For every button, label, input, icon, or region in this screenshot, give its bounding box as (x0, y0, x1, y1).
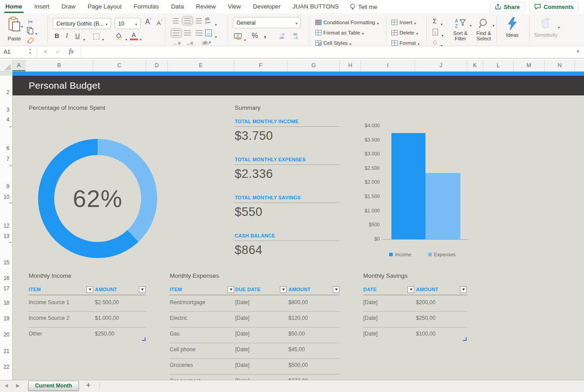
filter-button[interactable] (408, 286, 414, 293)
orientation-icon[interactable]: ab↗ (202, 40, 211, 45)
fill-down-chevron-icon[interactable] (442, 30, 443, 39)
column-header-A[interactable]: A (13, 60, 26, 71)
menu-item-draw[interactable]: Draw (61, 0, 76, 13)
align-left-icon[interactable] (173, 30, 180, 35)
increase-font-icon[interactable]: Aˆ (145, 18, 151, 26)
paste-chevron-icon[interactable] (21, 22, 23, 30)
column-header-L[interactable]: L (483, 60, 514, 71)
decrease-font-icon[interactable]: Aˇ (157, 19, 162, 26)
wrap-text-icon[interactable]: abc↩ (205, 17, 210, 24)
column-header-J[interactable]: J (415, 60, 467, 71)
fill-down-icon[interactable]: ↓ (433, 29, 438, 35)
donut-chart[interactable]: 62% (38, 139, 157, 258)
column-header-D[interactable]: D (146, 60, 168, 71)
column-header-N[interactable]: N (545, 60, 575, 71)
decrease-decimal-icon[interactable]: .00→0 (292, 33, 297, 40)
bar-expenses[interactable] (425, 173, 460, 239)
fill-color-icon[interactable] (115, 32, 123, 40)
table-cell[interactable]: Income Source 1 (29, 299, 69, 306)
table-cell[interactable]: $800,00 (288, 299, 308, 306)
filter-button[interactable] (86, 286, 93, 293)
wrap-text-chevron-icon[interactable] (215, 20, 217, 28)
increase-indent-icon[interactable]: →≡ (185, 40, 193, 46)
filter-button[interactable] (460, 286, 467, 293)
prev-sheet-icon[interactable]: ◀ (4, 383, 8, 388)
row-header-22[interactable]: 22 (4, 364, 9, 370)
table-cell[interactable]: $2.500,00 (95, 299, 119, 306)
column-header-partial[interactable] (575, 60, 584, 71)
table-cell[interactable]: [Date] (235, 362, 249, 368)
format-as-table-button[interactable]: Format as Table (315, 29, 364, 37)
menu-item-home[interactable]: Home (5, 0, 22, 13)
table-cell[interactable]: [Date] (363, 331, 378, 337)
formula-bar-expand-icon[interactable]: ▼ (576, 49, 580, 54)
insert-cells-button[interactable]: Insert (391, 18, 416, 26)
sheet-grid[interactable]: 2346791012131516171819202122 Personal Bu… (0, 72, 584, 380)
format-painter-icon[interactable] (27, 37, 34, 44)
row-header-17[interactable]: 17 (4, 285, 9, 292)
align-top-icon[interactable] (173, 18, 179, 23)
comma-style-icon[interactable]: , (264, 30, 266, 39)
align-middle-icon[interactable] (184, 18, 191, 23)
find-select-chevron-icon[interactable] (493, 21, 494, 29)
table-cell[interactable]: $45,00 (288, 346, 305, 353)
table-cell[interactable]: [Date] (235, 299, 249, 306)
sort-filter-chevron-icon[interactable] (470, 21, 472, 29)
table-cell[interactable]: Cell phone (170, 346, 195, 353)
column-header-B[interactable]: B (26, 60, 93, 71)
accounting-format-icon[interactable] (234, 33, 242, 40)
borders-icon[interactable] (93, 34, 99, 39)
menu-item-page-layout[interactable]: Page Layout (88, 0, 122, 13)
menu-item-view[interactable]: View (228, 0, 241, 13)
font-name-select[interactable]: Century Gothic (B... (53, 18, 111, 29)
number-format-select[interactable]: General (233, 17, 301, 28)
table-cell[interactable]: Groceries (170, 362, 193, 368)
copy-chevron-icon[interactable] (35, 29, 37, 37)
row-header-21[interactable]: 21 (4, 348, 9, 354)
align-bottom-icon[interactable] (196, 18, 202, 23)
accounting-chevron-icon[interactable] (244, 35, 246, 43)
italic-button[interactable]: I (66, 32, 68, 39)
font-color-icon[interactable]: A (132, 31, 136, 39)
table-cell[interactable]: $200,00 (416, 299, 435, 306)
row-header-9[interactable]: 9 (6, 183, 9, 190)
row-header-13[interactable]: 13 (4, 233, 9, 239)
column-header-K[interactable]: K (467, 60, 483, 71)
row-header-12[interactable]: 12 (4, 223, 9, 229)
row-header-20[interactable]: 20 (4, 332, 9, 338)
row-header-15[interactable]: 15 (4, 259, 9, 266)
table-cell[interactable]: Rent/mortgage (170, 299, 205, 306)
filter-button[interactable] (333, 286, 339, 293)
table-cell[interactable]: $120,00 (288, 315, 308, 321)
share-button[interactable]: Share (490, 2, 525, 12)
column-header-F[interactable]: F (234, 60, 288, 71)
formula-input[interactable] (82, 46, 574, 58)
row-header-16[interactable]: 16 (4, 275, 9, 281)
table-cell[interactable]: $50,00 (288, 331, 305, 337)
row-header-7[interactable]: 7 (6, 156, 9, 162)
table-cell[interactable]: [Date] (363, 299, 378, 306)
table-cell[interactable]: Income Source 2 (29, 315, 69, 321)
clear-icon[interactable]: ◇ (433, 39, 437, 45)
autosum-icon[interactable]: Σ (433, 17, 437, 25)
paste-button[interactable]: Paste (5, 17, 23, 42)
column-header-H[interactable]: H (340, 60, 361, 71)
cancel-icon[interactable]: ✕ (43, 48, 48, 55)
table-cell[interactable]: [Date] (235, 346, 249, 353)
column-header-C[interactable]: C (93, 60, 146, 71)
table-cell[interactable]: $1.000,00 (95, 315, 119, 321)
menu-item-formulas[interactable]: Formulas (134, 0, 159, 13)
conditional-formatting-button[interactable]: Conditional Formatting (315, 18, 379, 26)
menu-item-insert[interactable]: Insert (34, 0, 50, 13)
row-header-18[interactable]: 18 (4, 300, 9, 306)
menu-item-data[interactable]: Data (171, 0, 184, 13)
select-all-corner[interactable] (0, 60, 13, 71)
decrease-indent-icon[interactable]: ←≡ (173, 40, 180, 46)
align-center-icon[interactable] (184, 30, 191, 35)
table-cell[interactable]: Gas (170, 331, 180, 337)
name-box-stepper[interactable]: ▲▼ (29, 47, 32, 55)
align-right-icon[interactable] (196, 30, 202, 35)
tell-me[interactable]: Tell me (350, 4, 378, 10)
bold-button[interactable]: B (55, 32, 59, 39)
fx-icon[interactable]: fx (69, 48, 73, 55)
